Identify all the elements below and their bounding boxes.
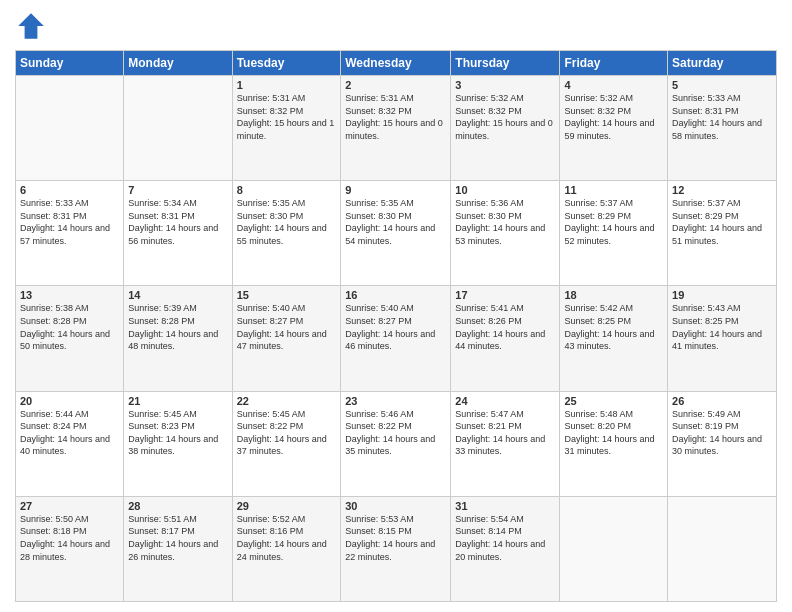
day-number: 16 [345,289,446,301]
cell-info: Sunrise: 5:37 AMSunset: 8:29 PMDaylight:… [672,198,762,246]
cell-info: Sunrise: 5:45 AMSunset: 8:22 PMDaylight:… [237,409,327,457]
day-number: 31 [455,500,555,512]
calendar-cell: 8Sunrise: 5:35 AMSunset: 8:30 PMDaylight… [232,181,341,286]
cell-info: Sunrise: 5:31 AMSunset: 8:32 PMDaylight:… [237,93,335,141]
weekday-header-tuesday: Tuesday [232,51,341,76]
day-number: 24 [455,395,555,407]
calendar-cell: 4Sunrise: 5:32 AMSunset: 8:32 PMDaylight… [560,76,668,181]
calendar-cell: 31Sunrise: 5:54 AMSunset: 8:14 PMDayligh… [451,496,560,601]
calendar-cell: 12Sunrise: 5:37 AMSunset: 8:29 PMDayligh… [668,181,777,286]
day-number: 7 [128,184,227,196]
day-number: 23 [345,395,446,407]
day-number: 2 [345,79,446,91]
cell-info: Sunrise: 5:34 AMSunset: 8:31 PMDaylight:… [128,198,218,246]
cell-info: Sunrise: 5:51 AMSunset: 8:17 PMDaylight:… [128,514,218,562]
header [15,10,777,42]
day-number: 20 [20,395,119,407]
calendar-cell: 21Sunrise: 5:45 AMSunset: 8:23 PMDayligh… [124,391,232,496]
weekday-header-row: SundayMondayTuesdayWednesdayThursdayFrid… [16,51,777,76]
calendar-cell: 28Sunrise: 5:51 AMSunset: 8:17 PMDayligh… [124,496,232,601]
calendar-cell: 25Sunrise: 5:48 AMSunset: 8:20 PMDayligh… [560,391,668,496]
cell-info: Sunrise: 5:44 AMSunset: 8:24 PMDaylight:… [20,409,110,457]
cell-info: Sunrise: 5:41 AMSunset: 8:26 PMDaylight:… [455,303,545,351]
svg-marker-0 [18,13,44,39]
cell-info: Sunrise: 5:40 AMSunset: 8:27 PMDaylight:… [237,303,327,351]
day-number: 11 [564,184,663,196]
cell-info: Sunrise: 5:43 AMSunset: 8:25 PMDaylight:… [672,303,762,351]
day-number: 12 [672,184,772,196]
cell-info: Sunrise: 5:48 AMSunset: 8:20 PMDaylight:… [564,409,654,457]
day-number: 28 [128,500,227,512]
calendar-cell: 22Sunrise: 5:45 AMSunset: 8:22 PMDayligh… [232,391,341,496]
calendar-cell: 10Sunrise: 5:36 AMSunset: 8:30 PMDayligh… [451,181,560,286]
calendar-cell: 7Sunrise: 5:34 AMSunset: 8:31 PMDaylight… [124,181,232,286]
day-number: 10 [455,184,555,196]
week-row-0: 1Sunrise: 5:31 AMSunset: 8:32 PMDaylight… [16,76,777,181]
cell-info: Sunrise: 5:52 AMSunset: 8:16 PMDaylight:… [237,514,327,562]
cell-info: Sunrise: 5:45 AMSunset: 8:23 PMDaylight:… [128,409,218,457]
cell-info: Sunrise: 5:36 AMSunset: 8:30 PMDaylight:… [455,198,545,246]
day-number: 27 [20,500,119,512]
calendar-cell: 2Sunrise: 5:31 AMSunset: 8:32 PMDaylight… [341,76,451,181]
calendar-cell: 23Sunrise: 5:46 AMSunset: 8:22 PMDayligh… [341,391,451,496]
cell-info: Sunrise: 5:49 AMSunset: 8:19 PMDaylight:… [672,409,762,457]
calendar-cell [16,76,124,181]
cell-info: Sunrise: 5:33 AMSunset: 8:31 PMDaylight:… [672,93,762,141]
cell-info: Sunrise: 5:37 AMSunset: 8:29 PMDaylight:… [564,198,654,246]
calendar-cell: 11Sunrise: 5:37 AMSunset: 8:29 PMDayligh… [560,181,668,286]
week-row-4: 27Sunrise: 5:50 AMSunset: 8:18 PMDayligh… [16,496,777,601]
day-number: 1 [237,79,337,91]
calendar-cell: 15Sunrise: 5:40 AMSunset: 8:27 PMDayligh… [232,286,341,391]
page: SundayMondayTuesdayWednesdayThursdayFrid… [0,0,792,612]
logo-icon [15,10,47,42]
calendar-cell: 26Sunrise: 5:49 AMSunset: 8:19 PMDayligh… [668,391,777,496]
calendar-cell: 18Sunrise: 5:42 AMSunset: 8:25 PMDayligh… [560,286,668,391]
calendar-cell: 13Sunrise: 5:38 AMSunset: 8:28 PMDayligh… [16,286,124,391]
cell-info: Sunrise: 5:35 AMSunset: 8:30 PMDaylight:… [345,198,435,246]
calendar-table: SundayMondayTuesdayWednesdayThursdayFrid… [15,50,777,602]
day-number: 13 [20,289,119,301]
week-row-1: 6Sunrise: 5:33 AMSunset: 8:31 PMDaylight… [16,181,777,286]
calendar-cell: 16Sunrise: 5:40 AMSunset: 8:27 PMDayligh… [341,286,451,391]
cell-info: Sunrise: 5:54 AMSunset: 8:14 PMDaylight:… [455,514,545,562]
cell-info: Sunrise: 5:31 AMSunset: 8:32 PMDaylight:… [345,93,443,141]
calendar-cell [668,496,777,601]
day-number: 14 [128,289,227,301]
day-number: 8 [237,184,337,196]
weekday-header-saturday: Saturday [668,51,777,76]
cell-info: Sunrise: 5:35 AMSunset: 8:30 PMDaylight:… [237,198,327,246]
day-number: 30 [345,500,446,512]
day-number: 17 [455,289,555,301]
cell-info: Sunrise: 5:32 AMSunset: 8:32 PMDaylight:… [564,93,654,141]
calendar-cell: 9Sunrise: 5:35 AMSunset: 8:30 PMDaylight… [341,181,451,286]
weekday-header-wednesday: Wednesday [341,51,451,76]
calendar-cell [124,76,232,181]
day-number: 19 [672,289,772,301]
cell-info: Sunrise: 5:40 AMSunset: 8:27 PMDaylight:… [345,303,435,351]
day-number: 15 [237,289,337,301]
calendar-cell: 5Sunrise: 5:33 AMSunset: 8:31 PMDaylight… [668,76,777,181]
cell-info: Sunrise: 5:53 AMSunset: 8:15 PMDaylight:… [345,514,435,562]
day-number: 26 [672,395,772,407]
calendar-cell [560,496,668,601]
logo [15,10,51,42]
calendar-cell: 3Sunrise: 5:32 AMSunset: 8:32 PMDaylight… [451,76,560,181]
week-row-3: 20Sunrise: 5:44 AMSunset: 8:24 PMDayligh… [16,391,777,496]
cell-info: Sunrise: 5:46 AMSunset: 8:22 PMDaylight:… [345,409,435,457]
calendar-cell: 24Sunrise: 5:47 AMSunset: 8:21 PMDayligh… [451,391,560,496]
calendar-cell: 30Sunrise: 5:53 AMSunset: 8:15 PMDayligh… [341,496,451,601]
weekday-header-monday: Monday [124,51,232,76]
day-number: 21 [128,395,227,407]
day-number: 6 [20,184,119,196]
weekday-header-thursday: Thursday [451,51,560,76]
week-row-2: 13Sunrise: 5:38 AMSunset: 8:28 PMDayligh… [16,286,777,391]
calendar-cell: 1Sunrise: 5:31 AMSunset: 8:32 PMDaylight… [232,76,341,181]
day-number: 5 [672,79,772,91]
calendar-cell: 20Sunrise: 5:44 AMSunset: 8:24 PMDayligh… [16,391,124,496]
cell-info: Sunrise: 5:47 AMSunset: 8:21 PMDaylight:… [455,409,545,457]
weekday-header-sunday: Sunday [16,51,124,76]
day-number: 9 [345,184,446,196]
day-number: 4 [564,79,663,91]
calendar-cell: 19Sunrise: 5:43 AMSunset: 8:25 PMDayligh… [668,286,777,391]
cell-info: Sunrise: 5:50 AMSunset: 8:18 PMDaylight:… [20,514,110,562]
